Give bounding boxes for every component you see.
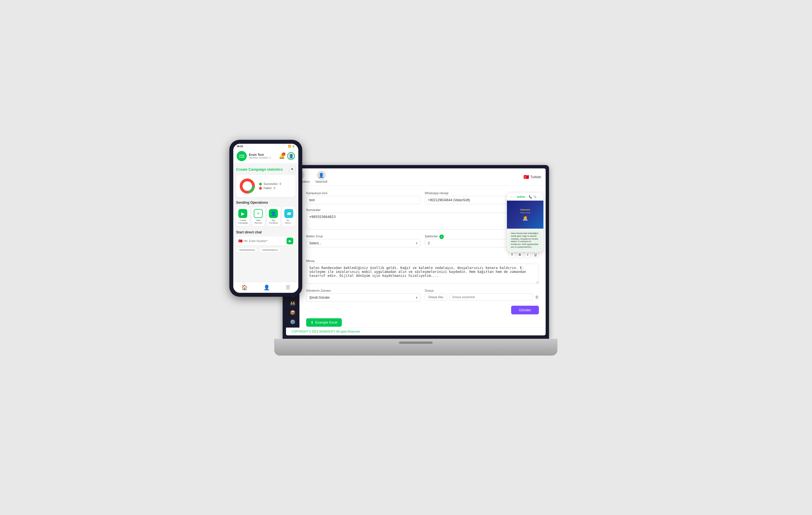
toolbar-text-btn[interactable]: T (509, 251, 515, 258)
create-campaign-icon: ▶ (238, 209, 247, 218)
my-contacts-label: My Contacts (268, 219, 279, 224)
chat-image-subtitle: Pakete Geçiş (520, 212, 530, 213)
mobile-screen: 16:21 📶 🔋 180565 Credit Ersin Test Membe… (233, 144, 298, 293)
sending-ops-title: Sending Operations (236, 201, 295, 205)
schedule-group: Gönderim Zamanı Şimdi Gönder (306, 289, 420, 302)
message-textarea[interactable] (306, 264, 539, 284)
contact-chip-1[interactable]: +905553664023 (236, 248, 257, 252)
campaign-name-label: Kampanya İsmi (306, 191, 420, 195)
laptop-body: 👤 Salon Randevu 👤 VatanSoft 🇹🇷 Turkish (283, 165, 549, 339)
successful-label: Successful: (264, 182, 278, 185)
sidebar-settings-icon[interactable]: ⚙️ (288, 319, 297, 325)
form-row-2: Numaralar +905553664023 ⧉ (306, 208, 539, 231)
chat-input-row: 🇹🇷 +90 ▶ (236, 237, 295, 245)
mobile-header-left: 180565 Credit Ersin Test Member Number: … (237, 151, 271, 161)
schedule-label: Gönderim Zamanı (306, 289, 420, 292)
phone-number-input[interactable] (249, 240, 285, 243)
operations-grid: ▶ Create Campaign + Add Record 👤 My Cont… (236, 207, 295, 226)
templates-plus-btn[interactable]: + (439, 235, 444, 239)
legend-failed: Failed: 0 (259, 187, 281, 190)
group-select-wrapper: Select... (306, 239, 420, 247)
templates-label: Şablonlar (425, 235, 438, 238)
form-row-3: İletilen Grup Select... Ş (306, 235, 539, 247)
app-header: 👤 Salon Randevu 👤 VatanSoft 🇹🇷 Turkish (286, 169, 546, 186)
failed-label: Failed: (264, 187, 272, 190)
preview-chat-bubble: Salon Randevudan beklediğiniz özellik ge… (509, 230, 542, 250)
file-name-input[interactable] (449, 293, 533, 301)
my-contacts-icon: 👤 (269, 209, 278, 218)
mobile-header: 180565 Credit Ersin Test Member Number: … (233, 149, 298, 164)
notification-icon[interactable]: 🔔 1 (279, 153, 285, 159)
legend-successful: Successful: 0 (259, 182, 281, 185)
op-send-message[interactable]: 📨 Se... Mess... (282, 207, 296, 226)
call-icon[interactable]: 📞 (529, 195, 532, 199)
donut-chart (239, 178, 256, 194)
file-label: Dosya (425, 289, 539, 292)
nav-home[interactable]: 🏠 (241, 284, 248, 291)
country-flag-select[interactable]: 🇹🇷 +90 (238, 239, 247, 243)
credits-circle: 180565 Credit (237, 151, 247, 161)
stats-legend: Successful: 0 Failed: 0 (259, 182, 281, 190)
op-create-campaign[interactable]: ▶ Create Campaign (236, 207, 250, 226)
message-label: Mesaj (306, 259, 539, 263)
laptop-base (274, 339, 557, 356)
status-time: 16:21 (237, 145, 243, 148)
toolbar-underline-btn[interactable]: U (532, 251, 539, 258)
add-record-label: Add Record (253, 219, 264, 224)
send-message-icon: 📨 (284, 209, 293, 218)
nav-menu[interactable]: ☰ (286, 284, 290, 291)
preview-back-arrow[interactable]: ← (510, 195, 513, 199)
file-delete-icon[interactable]: 🗑 (535, 295, 539, 299)
scene: 👤 Salon Randevu 👤 VatanSoft 🇹🇷 Turkish (238, 148, 574, 367)
group-select[interactable]: Select... (306, 239, 420, 247)
more-icon[interactable]: ⋮ (538, 195, 541, 199)
mobile-phone: 16:21 📶 🔋 180565 Credit Ersin Test Membe… (229, 140, 302, 297)
chat-image-title: Diamond (520, 209, 530, 211)
member-number: Member Number: 3 (249, 156, 271, 159)
schedule-select[interactable]: Şimdi Gönder (306, 293, 420, 302)
numbers-label: Numaralar (306, 208, 539, 212)
user-avatar[interactable]: 👤 (287, 152, 295, 160)
file-select-btn[interactable]: Dosya Seç (425, 293, 447, 301)
sidebar-userplus-icon[interactable]: 🧑‍🤝‍🧑 (288, 301, 297, 306)
preview-online-status: online (517, 195, 525, 199)
success-dot (259, 183, 262, 185)
promo-person-icon: 🧑‍💼 (520, 215, 530, 221)
chat-image-inner: Diamond Pakete Geçiş 🧑‍💼 (518, 207, 532, 222)
stats-card: Successful: 0 Failed: 0 (236, 175, 295, 197)
example-excel-btn[interactable]: ⬇ Example Excel (306, 318, 342, 327)
toolbar-bold-btn[interactable]: B (517, 251, 523, 258)
schedule-select-wrapper: Şimdi Gönder (306, 293, 420, 302)
numbers-textarea[interactable]: +905553664023 (306, 213, 539, 230)
failed-dot (259, 187, 262, 190)
campaign-stats-title-text: Create Campaign statistics (236, 167, 283, 172)
language-badge[interactable]: 🇹🇷 Turkish (523, 174, 541, 180)
account-vatansoft[interactable]: 👤 VatanSoft (315, 171, 327, 183)
excel-icon: ⬇ (311, 321, 314, 325)
laptop: 👤 Salon Randevu 👤 VatanSoft 🇹🇷 Turkish (283, 165, 549, 356)
footer: COPYRIGHT © 2023 VATANSOFT, All rights R… (286, 328, 546, 335)
op-my-contacts[interactable]: 👤 My Contacts (267, 207, 280, 226)
desktop-app: 👤 Salon Randevu 👤 VatanSoft 🇹🇷 Turkish (286, 169, 546, 335)
user-info: Ersin Test Member Number: 3 (249, 153, 271, 159)
create-campaign-label: Create Campaign (237, 219, 249, 224)
campaign-name-input[interactable] (306, 196, 420, 204)
numbers-group: Numaralar +905553664023 ⧉ (306, 208, 539, 231)
mobile-header-right: 🔔 1 👤 (279, 152, 295, 160)
mobile-body: Create Campaign statistics ▼ Successful:… (233, 164, 298, 282)
contact-chip-2[interactable]: +905555058010 (259, 248, 280, 252)
sidebar-cube-icon[interactable]: 📦 (288, 310, 297, 316)
group-select-group: İletilen Grup Select... (306, 235, 420, 247)
send-button[interactable]: Gönder (511, 306, 539, 314)
filter-icon[interactable]: ▼ (289, 166, 295, 173)
successful-value: 0 (280, 182, 281, 185)
attach-icon[interactable]: 📎 (533, 195, 536, 199)
form-row-message: T B I U Mesaj (306, 251, 539, 285)
toolbar-italic-btn[interactable]: I (524, 251, 531, 258)
form-row-1: Kampanya İsmi Whatsapp Hesap +9021296346… (306, 191, 539, 204)
nav-profile[interactable]: 👤 (264, 284, 270, 291)
message-toolbar: T B I U (306, 251, 539, 258)
add-record-icon: + (254, 209, 263, 218)
op-add-record[interactable]: + Add Record (252, 207, 265, 226)
send-chat-btn[interactable]: ▶ (287, 238, 293, 244)
